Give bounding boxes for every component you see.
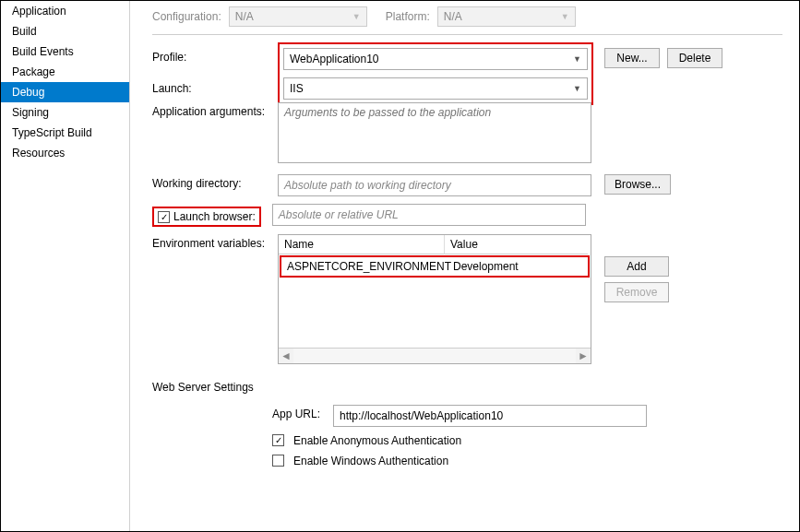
anonymous-auth-checkbox[interactable]: [272, 434, 284, 446]
windows-auth-label: Enable Windows Authentication: [293, 455, 448, 467]
env-row-value: Development: [448, 257, 588, 276]
sidebar-item-build[interactable]: Build: [1, 21, 129, 41]
chevron-down-icon: ▼: [573, 84, 581, 93]
settings-sidebar: Application Build Build Events Package D…: [1, 1, 130, 531]
sidebar-item-debug[interactable]: Debug: [1, 82, 129, 102]
sidebar-item-build-events[interactable]: Build Events: [1, 41, 129, 62]
scroll-right-icon[interactable]: ►: [576, 349, 591, 362]
env-scrollbar[interactable]: ◄ ►: [279, 348, 591, 363]
sidebar-item-application[interactable]: Application: [1, 1, 129, 21]
env-vars-table: Name Value ASPNETCORE_ENVIRONMENT Develo…: [278, 234, 591, 364]
remove-button: Remove: [604, 282, 669, 302]
app-arguments-label: Application arguments:: [152, 102, 272, 118]
scroll-track[interactable]: [293, 349, 576, 363]
delete-button[interactable]: Delete: [667, 48, 722, 68]
chevron-down-icon: ▼: [352, 12, 361, 21]
app-url-input[interactable]: http://localhost/WebApplication10: [333, 405, 647, 427]
platform-dropdown: N/A ▼: [437, 6, 576, 27]
sidebar-item-signing[interactable]: Signing: [1, 102, 129, 123]
launch-dropdown[interactable]: IIS ▼: [283, 77, 588, 100]
web-server-section-title: Web Server Settings: [152, 381, 782, 394]
new-button[interactable]: New...: [604, 48, 660, 68]
launch-browser-placeholder: Absolute or relative URL: [279, 208, 399, 221]
add-button[interactable]: Add: [604, 256, 669, 277]
chevron-down-icon: ▼: [561, 12, 569, 21]
launch-label: Launch:: [152, 79, 272, 95]
anonymous-auth-label: Enable Anonymous Authentication: [293, 434, 461, 447]
configuration-dropdown: N/A ▼: [229, 6, 367, 27]
app-url-value: http://localhost/WebApplication10: [340, 409, 503, 422]
configuration-label: Configuration:: [152, 10, 221, 23]
main-panel: Configuration: N/A ▼ Platform: N/A ▼ Pro…: [130, 1, 799, 531]
profile-label: Profile:: [152, 48, 272, 64]
working-directory-placeholder: Absolute path to working directory: [284, 179, 451, 192]
launch-value: IIS: [290, 82, 304, 95]
env-vars-label: Environment variables:: [152, 234, 272, 250]
env-row-name: ASPNETCORE_ENVIRONMENT: [281, 257, 448, 276]
browse-button[interactable]: Browse...: [604, 174, 671, 195]
sidebar-item-package[interactable]: Package: [1, 62, 129, 82]
working-directory-label: Working directory:: [152, 174, 272, 190]
app-arguments-input[interactable]: [278, 102, 591, 163]
env-col-name: Name: [279, 235, 445, 254]
working-directory-input[interactable]: Absolute path to working directory: [278, 174, 591, 196]
app-url-label: App URL:: [272, 405, 328, 420]
env-row[interactable]: ASPNETCORE_ENVIRONMENT Development: [281, 257, 588, 276]
windows-auth-checkbox[interactable]: [272, 455, 284, 467]
configuration-value: N/A: [235, 10, 254, 23]
profile-value: WebApplication10: [290, 53, 379, 65]
chevron-down-icon: ▼: [573, 54, 581, 64]
platform-value: N/A: [444, 10, 462, 23]
config-platform-bar: Configuration: N/A ▼ Platform: N/A ▼: [152, 6, 782, 35]
scroll-left-icon[interactable]: ◄: [279, 349, 293, 362]
launch-browser-label: Launch browser:: [173, 210, 256, 223]
platform-label: Platform:: [386, 10, 430, 23]
env-col-value: Value: [445, 235, 588, 254]
profile-dropdown[interactable]: WebApplication10 ▼: [283, 48, 588, 70]
sidebar-item-resources[interactable]: Resources: [1, 143, 129, 163]
launch-browser-input[interactable]: Absolute or relative URL: [272, 204, 586, 226]
launch-browser-checkbox[interactable]: [158, 211, 170, 223]
sidebar-item-typescript[interactable]: TypeScript Build: [1, 123, 129, 143]
